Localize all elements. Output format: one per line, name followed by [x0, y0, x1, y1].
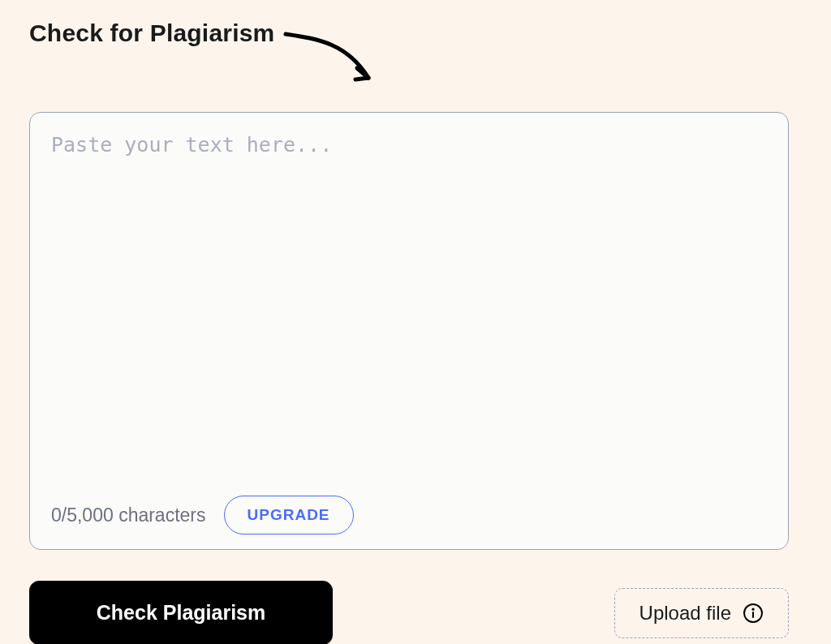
plagiarism-text-input[interactable] [51, 131, 767, 487]
curved-arrow-icon [282, 28, 378, 96]
plagiarism-checker-page: Check for Plagiarism 0/5,000 characters … [0, 0, 831, 644]
upload-file-button[interactable]: Upload file [614, 588, 789, 638]
actions-row: Check Plagiarism Upload file [29, 581, 789, 644]
input-meta-row: 0/5,000 characters UPGRADE [51, 496, 767, 535]
svg-rect-2 [752, 612, 754, 618]
svg-point-1 [751, 608, 754, 610]
check-plagiarism-button[interactable]: Check Plagiarism [29, 581, 333, 644]
info-icon [743, 603, 764, 624]
text-input-card: 0/5,000 characters UPGRADE [29, 112, 789, 550]
page-title: Check for Plagiarism [29, 19, 274, 47]
upload-file-label: Upload file [639, 602, 731, 625]
title-row: Check for Plagiarism [29, 19, 802, 96]
character-counter: 0/5,000 characters [51, 504, 206, 526]
upgrade-button[interactable]: UPGRADE [224, 496, 354, 535]
